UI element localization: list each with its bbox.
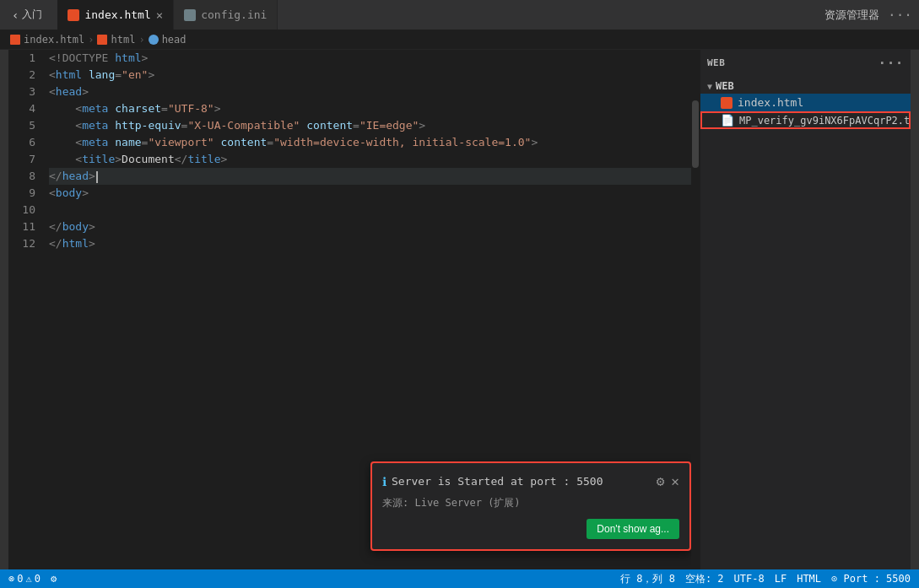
file-name-mp-verify: MP_verify_gv9iNX6FpAVCqrP2.txt <box>739 115 919 127</box>
tab-close-index[interactable]: × <box>156 9 163 21</box>
file-item-mp-verify[interactable]: 📄 MP_verify_gv9iNX6FpAVCqrP2.txt <box>700 111 911 129</box>
activity-bar <box>911 50 919 569</box>
notification-source: 来源: Live Server (扩展) <box>382 496 679 510</box>
back-icon: ‹ <box>12 8 19 22</box>
scrollbar-thumb <box>692 100 699 168</box>
main-content: 1 2 3 4 5 6 7 8 9 10 11 12 <!DOCTYPE htm… <box>0 50 919 569</box>
resource-manager-more[interactable]: ··· <box>878 55 904 71</box>
back-button[interactable]: ‹ 入门 <box>7 6 47 24</box>
status-settings[interactable]: ⚙ <box>51 573 57 585</box>
back-label: 入门 <box>22 8 42 22</box>
breadcrumb-head-label: head <box>162 34 187 46</box>
notification-title: ℹ Server is Started at port : 5500 <box>382 475 603 488</box>
notification-header: ℹ Server is Started at port : 5500 ⚙ ✕ <box>382 473 679 489</box>
title-bar-title: 资源管理器 <box>824 8 879 23</box>
code-line-12: </html> <box>49 235 691 252</box>
error-count: 0 <box>17 573 23 585</box>
file-item-index-html[interactable]: index.html <box>700 94 911 111</box>
ln-1: 1 <box>8 50 35 67</box>
breadcrumb-item-head[interactable]: head <box>149 34 187 46</box>
code-line-9: <body> <box>49 185 691 202</box>
breadcrumb-html-label: html <box>111 34 135 46</box>
ln-5: 5 <box>8 117 35 134</box>
code-line-10 <box>49 202 691 218</box>
ln-8: 8 <box>8 168 35 185</box>
status-bar-left: ⊗ 0 ⚠ 0 ⚙ <box>8 573 57 585</box>
code-line-1: <!DOCTYPE html> <box>49 50 691 67</box>
resource-manager-title: WEB <box>707 57 725 68</box>
ln-11: 11 <box>8 218 35 235</box>
breadcrumb-html-tag-icon <box>97 35 107 45</box>
code-line-5: <meta http-equiv="X-UA-Compatible" conte… <box>49 117 691 134</box>
status-spaces[interactable]: 空格: 2 <box>685 572 724 586</box>
ln-6: 6 <box>8 134 35 151</box>
file-icon-txt: 📄 <box>721 114 734 127</box>
ln-7: 7 <box>8 151 35 168</box>
notification-title-text: Server is Started at port : 5500 <box>392 475 603 488</box>
error-icon: ⊗ <box>8 573 14 585</box>
status-language[interactable]: HTML <box>797 573 821 585</box>
file-name-index: index.html <box>738 96 803 109</box>
ln-10: 10 <box>8 202 35 218</box>
code-line-4: <meta charset="UTF-8"> <box>49 100 691 117</box>
more-button[interactable]: ··· <box>888 7 912 23</box>
notification-info-icon: ℹ <box>382 475 387 488</box>
status-encoding[interactable]: UTF-8 <box>734 573 765 585</box>
html-file-icon <box>68 9 79 21</box>
ln-12: 12 <box>8 235 35 252</box>
web-section-label: WEB <box>716 80 734 92</box>
resource-manager-header: WEB ··· <box>700 50 911 75</box>
breadcrumb: index.html › html › head <box>0 30 919 50</box>
warning-count: 0 <box>35 573 41 585</box>
breadcrumb-item-html[interactable]: html <box>97 34 135 46</box>
editor-area[interactable]: 1 2 3 4 5 6 7 8 9 10 11 12 <!DOCTYPE htm… <box>8 50 691 569</box>
notification-panel: ℹ Server is Started at port : 5500 ⚙ ✕ 来… <box>370 461 691 551</box>
code-line-7: <title>Document</title> <box>49 151 691 168</box>
notification-close-button[interactable]: ✕ <box>671 473 679 489</box>
ln-9: 9 <box>8 185 35 202</box>
tab-list: index.html × config.ini <box>57 0 824 30</box>
code-line-6: <meta name="viewport" content="width=dev… <box>49 134 691 151</box>
warning-icon: ⚠ <box>25 573 31 585</box>
breadcrumb-sep-2: › <box>138 34 144 46</box>
resource-manager-panel: WEB ··· ▼ WEB index.html 📄 MP_verify_gv9… <box>700 50 911 569</box>
title-bar-right: 资源管理器 ··· <box>824 7 912 23</box>
breadcrumb-head-icon <box>149 35 159 45</box>
code-line-2: <html lang="en"> <box>49 67 691 84</box>
settings-gear-icon: ⚙ <box>51 573 57 585</box>
title-bar-left: ‹ 入门 <box>7 6 47 24</box>
code-line-8: </head> <box>49 168 691 185</box>
ln-2: 2 <box>8 67 35 84</box>
status-bar: ⊗ 0 ⚠ 0 ⚙ 行 8，列 8 空格: 2 UTF-8 LF HTML ⊙ … <box>0 569 919 588</box>
left-sidebar <box>0 50 8 569</box>
web-section-header[interactable]: ▼ WEB <box>700 78 911 94</box>
status-port[interactable]: ⊙ Port : 5500 <box>831 573 911 585</box>
tab-label-index: index.html <box>84 8 150 21</box>
notification-buttons: Don't show ag... <box>382 519 679 539</box>
breadcrumb-html-icon <box>10 35 20 45</box>
notification-action-button[interactable]: Don't show ag... <box>587 519 679 539</box>
status-cursor-pos[interactable]: 行 8，列 8 <box>620 572 675 586</box>
title-bar: ‹ 入门 index.html × config.ini 资源管理器 ··· <box>0 0 919 30</box>
editor-scrollbar[interactable] <box>691 50 700 569</box>
web-section-chevron: ▼ <box>707 82 712 91</box>
line-numbers: 1 2 3 4 5 6 7 8 9 10 11 12 <box>8 50 42 569</box>
breadcrumb-file-label: index.html <box>24 34 84 46</box>
file-tree-section: ▼ WEB index.html 📄 MP_verify_gv9iNX6FpAV… <box>700 75 911 132</box>
file-icon-html <box>721 97 732 109</box>
ini-file-icon <box>184 9 196 21</box>
ln-3: 3 <box>8 84 35 100</box>
tab-index-html[interactable]: index.html × <box>57 0 174 30</box>
notification-settings-icon[interactable]: ⚙ <box>657 473 665 489</box>
status-bar-right: 行 8，列 8 空格: 2 UTF-8 LF HTML ⊙ Port : 550… <box>620 572 911 586</box>
code-line-3: <head> <box>49 84 691 100</box>
tab-label-config: config.ini <box>201 8 267 21</box>
tab-config-ini[interactable]: config.ini <box>174 0 278 30</box>
breadcrumb-sep-1: › <box>88 34 94 46</box>
notification-actions: ⚙ ✕ <box>657 473 679 489</box>
breadcrumb-item-file[interactable]: index.html <box>10 34 84 46</box>
status-line-ending[interactable]: LF <box>775 573 787 585</box>
ln-4: 4 <box>8 100 35 117</box>
code-line-11: </body> <box>49 218 691 235</box>
status-errors[interactable]: ⊗ 0 ⚠ 0 <box>8 573 41 585</box>
